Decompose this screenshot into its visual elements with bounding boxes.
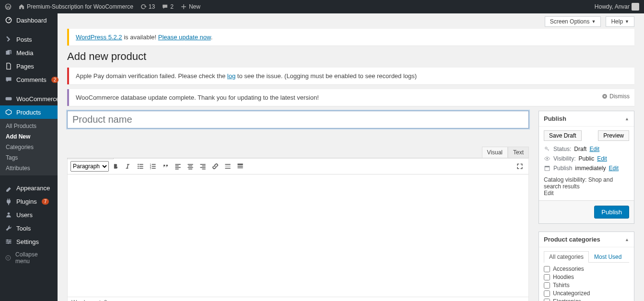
ul-button[interactable] [135,161,146,172]
sidebar-item-pages[interactable]: Pages [0,59,58,73]
publish-button[interactable]: Publish [594,206,629,219]
sidebar-item-settings[interactable]: Settings [0,235,58,248]
edit-schedule-link[interactable]: Edit [609,165,619,172]
sub-categories[interactable]: Categories [0,142,58,152]
update-now-link[interactable]: Please update now [158,34,211,41]
cat-checkbox[interactable] [544,266,550,272]
align-right-button[interactable] [197,161,209,172]
help-button[interactable]: Help▼ [606,16,634,27]
svg-rect-29 [187,164,193,165]
sidebar-item-users[interactable]: Users [0,208,58,221]
ol-button[interactable]: 123 [147,161,159,172]
editor-toolbar: Paragraph 123 [68,159,528,174]
howdy-link[interactable]: Howdy, Anvar [595,3,639,11]
svg-point-17 [138,168,139,169]
format-select[interactable]: Paragraph [70,161,109,172]
sidebar-item-products[interactable]: Products [0,105,58,119]
cat-checkbox[interactable] [544,282,550,289]
cat-tab-most[interactable]: Most Used [589,251,627,262]
sidebar-item-dashboard[interactable]: Dashboard [0,13,58,27]
updates-link[interactable]: 13 [140,3,155,10]
collapse-label: Collapse menu [15,251,53,265]
product-name-input[interactable] [67,111,529,128]
editor-body[interactable] [68,174,528,297]
sidebar-item-media[interactable]: Media [0,46,58,59]
svg-rect-32 [188,169,192,170]
sidebar-item-plugins[interactable]: Plugins7 [0,195,58,208]
bold-button[interactable] [110,161,121,172]
plugins-badge: 7 [42,198,49,205]
sub-all-products[interactable]: All Products [0,121,58,131]
admin-sidebar: Dashboard Posts Media Pages Comments2 Wo… [0,13,58,301]
toolbar-toggle-button[interactable] [234,161,246,172]
editor-tab-text[interactable]: Text [508,147,529,158]
edit-status-link[interactable]: Edit [589,146,599,152]
svg-rect-18 [140,168,143,169]
save-draft-button[interactable]: Save Draft [544,130,582,141]
cat-accessories[interactable]: Accessories [544,266,629,272]
cat-checkbox[interactable] [544,290,550,297]
dismiss-button[interactable]: Dismiss [602,93,630,100]
edit-catalog-link[interactable]: Edit [544,190,554,197]
sidebar-item-label: Pages [16,63,34,70]
svg-rect-28 [175,169,178,170]
categories-metabox: Product categories▲ All categories Most … [539,232,634,301]
readmore-button[interactable] [222,161,234,172]
sidebar-item-tools[interactable]: Tools [0,221,58,235]
align-left-button[interactable] [172,161,184,172]
cat-tshirts[interactable]: Tshirts [544,282,629,289]
wp-version-link[interactable]: WordPress 5.2.2 [76,34,122,41]
sub-attributes[interactable]: Attributes [0,163,58,174]
sidebar-item-label: Settings [16,238,39,245]
calendar-icon [544,165,550,172]
eye-icon [544,155,550,162]
svg-point-15 [138,166,139,167]
publish-metabox: Publish▲ Save Draft Preview Status: Draf… [539,111,634,224]
align-center-button[interactable] [185,161,196,172]
blockquote-button[interactable] [160,161,171,172]
svg-point-44 [547,158,548,160]
log-link[interactable]: log [227,72,235,80]
new-label: New [189,3,200,10]
categories-metabox-header[interactable]: Product categories▲ [539,232,634,247]
fullscreen-button[interactable] [514,161,526,172]
sidebar-item-woocommerce[interactable]: WooCommerce [0,92,58,105]
comments-link[interactable]: 2 [162,3,174,10]
svg-rect-39 [225,168,230,169]
svg-rect-25 [175,164,180,165]
edit-visibility-link[interactable]: Edit [597,155,607,162]
screen-options-button[interactable]: Screen Options▼ [545,16,601,27]
sub-add-new[interactable]: Add New [0,131,58,142]
sidebar-item-posts[interactable]: Posts [0,33,58,46]
key-icon [544,146,550,152]
new-link[interactable]: New [180,3,200,10]
svg-rect-38 [225,166,230,166]
cat-tab-all[interactable]: All categories [544,251,589,263]
italic-button[interactable] [122,161,134,172]
wp-logo[interactable] [5,3,12,10]
cat-checkbox[interactable] [544,299,550,301]
sub-tags[interactable]: Tags [0,152,58,163]
publish-metabox-header[interactable]: Publish▲ [539,111,634,127]
svg-rect-20 [152,164,156,165]
cat-checkbox[interactable] [544,274,550,280]
editor-tab-visual[interactable]: Visual [482,147,508,158]
sidebar-item-appearance[interactable]: Appearance [0,181,58,195]
page-title: Add new product [67,50,634,63]
site-name-link[interactable]: Premium-Subscription for WooCommerce [18,3,133,10]
cat-uncategorized[interactable]: Uncategorized [544,290,629,297]
svg-rect-22 [152,166,156,167]
cat-hoodies[interactable]: Hoodies [544,274,629,280]
preview-button[interactable]: Preview [598,130,629,141]
svg-rect-26 [175,165,178,166]
main-content: Screen Options▼ Help▼ WordPress 5.2.2 is… [58,13,644,301]
cat-electronics[interactable]: Electronics [544,298,629,301]
site-name: Premium-Subscription for WooCommerce [27,3,133,10]
link-button[interactable] [210,161,221,172]
svg-rect-27 [175,167,180,168]
sidebar-item-comments[interactable]: Comments2 [0,73,58,86]
collapse-icon: ▲ [625,116,629,121]
updates-count: 13 [149,3,155,10]
collapse-menu[interactable]: Collapse menu [0,248,58,267]
svg-rect-37 [225,164,230,165]
